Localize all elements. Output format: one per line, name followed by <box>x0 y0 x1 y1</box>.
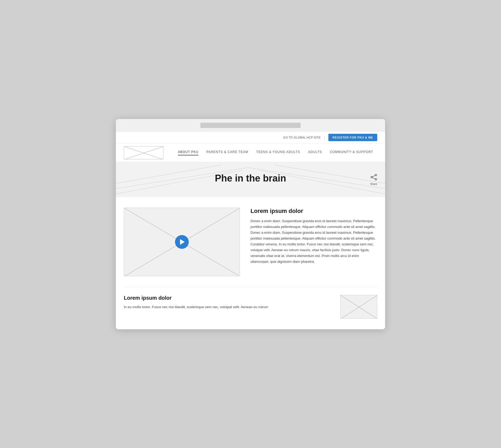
url-bar[interactable] <box>200 123 301 128</box>
play-button[interactable] <box>175 235 189 249</box>
video-placeholder <box>124 208 240 276</box>
section2-text: Lorem ipsum dolor In eu mollis tortor. F… <box>124 295 330 310</box>
header-divider <box>324 135 325 140</box>
hcp-link[interactable]: GO TO GLOBAL HCP SITE <box>283 136 321 139</box>
content-section: Lorem ipsum dolor Donec a enim diam. Sus… <box>116 197 385 329</box>
nav-community-support[interactable]: COMMUNITY & SUPPORT <box>330 150 373 155</box>
section2-title: Lorem ipsum dolor <box>124 295 330 301</box>
play-triangle-icon <box>180 239 185 245</box>
section2-body: In eu mollis tortor. Fusce nec nisi blan… <box>124 304 330 310</box>
section1-text: Lorem ipsum dolor Donec a enim diam. Sus… <box>250 208 377 265</box>
hero-title: Phe in the brain <box>124 173 377 184</box>
bottom-section: Lorem ipsum dolor In eu mollis tortor. F… <box>124 287 377 319</box>
logo-placeholder-svg <box>124 146 163 159</box>
nav-bar: ABOUT PKU PARENTS & CARE TEAM TEENS & YO… <box>116 144 385 162</box>
nav-links: ABOUT PKU PARENTS & CARE TEAM TEENS & YO… <box>174 150 377 155</box>
bottom-image-x-svg <box>341 295 377 319</box>
hero-section: Phe in the brain Share <box>116 162 385 197</box>
logo <box>124 146 163 159</box>
browser-window: GO TO GLOBAL HCP SITE REGISTER FOR PKU &… <box>116 119 385 329</box>
section1-title: Lorem ipsum dolor <box>250 208 377 215</box>
nav-parents-care[interactable]: PARENTS & CARE TEAM <box>206 150 248 155</box>
svg-line-0 <box>124 146 163 159</box>
section1-body: Donec a enim diam. Suspendisse gravida e… <box>250 218 377 265</box>
bottom-row: Lorem ipsum dolor In eu mollis tortor. F… <box>124 295 377 319</box>
svg-line-1 <box>124 146 163 159</box>
register-button[interactable]: REGISTER FOR PKU & ME <box>328 134 377 141</box>
video-text-row: Lorem ipsum dolor Donec a enim diam. Sus… <box>124 208 377 276</box>
nav-teens-young[interactable]: TEENS & YOUNG ADULTS <box>256 150 300 155</box>
nav-about-pku[interactable]: ABOUT PKU <box>178 150 198 155</box>
browser-bar <box>116 119 385 132</box>
header-top: GO TO GLOBAL HCP SITE REGISTER FOR PKU &… <box>116 132 385 144</box>
nav-adults[interactable]: ADULTS <box>308 150 322 155</box>
bottom-image-placeholder <box>340 295 377 319</box>
